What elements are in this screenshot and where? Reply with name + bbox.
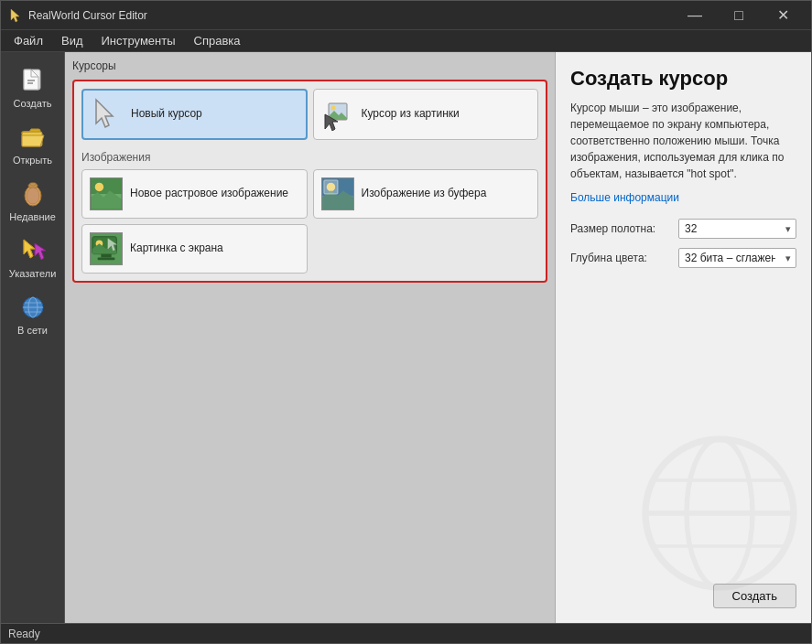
window-title: RealWorld Cursor Editor [28, 9, 674, 22]
sidebar-pointers-label: Указатели [9, 268, 57, 279]
status-text: Ready [8, 628, 40, 640]
menu-view[interactable]: Вид [52, 32, 92, 49]
canvas-size-select[interactable]: 16 24 32 48 64 [678, 219, 796, 239]
color-depth-select-wrapper: 1 бит – монохромный 4 бита – 16 цветов 8… [678, 248, 796, 268]
create-button[interactable]: Создать [713, 584, 796, 608]
images-grid: Новое растровое изображение [81, 169, 538, 219]
minimize-button[interactable]: — [674, 4, 716, 27]
canvas-size-label: Размер полотна: [570, 222, 671, 235]
svg-marker-0 [11, 9, 19, 22]
main-window: RealWorld Cursor Editor — □ ✕ Файл Вид И… [0, 0, 812, 644]
window-controls: — □ ✕ [674, 4, 804, 27]
canvas-size-row: Размер полотна: 16 24 32 48 64 [570, 219, 796, 239]
color-depth-row: Глубина цвета: 1 бит – монохромный 4 бит… [570, 248, 796, 268]
image-from-buffer-label: Изображение из буфера [362, 187, 487, 201]
svg-marker-10 [24, 240, 35, 258]
svg-marker-21 [96, 100, 113, 127]
image-from-buffer-option[interactable]: Изображение из буфера [313, 169, 539, 219]
new-cursor-option[interactable]: Новый курсор [81, 89, 308, 140]
sidebar-create-label: Создать [14, 98, 52, 109]
sidebar-item-web[interactable]: В сети [5, 286, 60, 341]
close-button[interactable]: ✕ [762, 4, 804, 27]
sidebar: Создать Открыть [1, 52, 65, 623]
svg-rect-36 [101, 254, 111, 258]
right-panel-title: Создать курсор [570, 67, 796, 91]
options-box: Новый курсор Курсор [72, 80, 547, 283]
cursors-section-label: Курсоры [72, 59, 547, 72]
sidebar-web-label: В сети [17, 325, 48, 336]
color-depth-select[interactable]: 1 бит – монохромный 4 бита – 16 цветов 8… [678, 248, 796, 268]
images-section-label: Изображения [81, 151, 538, 164]
menu-tools[interactable]: Инструменты [92, 32, 185, 49]
cursor-from-image-icon [321, 98, 354, 131]
create-icon [18, 66, 48, 95]
color-depth-label: Глубина цвета: [570, 252, 671, 264]
menu-bar: Файл Вид Инструменты Справка [1, 30, 811, 52]
screenshot-label: Картинка с экрана [130, 242, 223, 256]
maximize-button[interactable]: □ [718, 4, 760, 27]
cursor-from-image-label: Курсор из картинки [362, 107, 460, 122]
sidebar-item-recent[interactable]: Недавние [5, 173, 60, 228]
svg-rect-37 [98, 257, 115, 260]
menu-help[interactable]: Справка [185, 32, 250, 49]
more-info-link[interactable]: Больше информации [570, 191, 796, 204]
new-raster-option[interactable]: Новое растровое изображение [81, 169, 308, 219]
svg-point-23 [330, 106, 335, 111]
sidebar-recent-label: Недавние [9, 211, 56, 222]
sidebar-open-label: Открыть [13, 155, 52, 166]
menu-file[interactable]: Файл [5, 32, 52, 49]
recent-icon [18, 179, 48, 209]
right-panel-desc: Курсор мыши – это изображение, перемещае… [570, 100, 796, 182]
images-section: Изображения [81, 151, 538, 274]
screenshot-icon [90, 232, 123, 265]
canvas-size-select-wrapper: 16 24 32 48 64 [678, 219, 796, 239]
pointers-icon [18, 236, 48, 265]
sidebar-item-open[interactable]: Открыть [5, 116, 60, 171]
open-icon [18, 123, 48, 152]
svg-point-27 [95, 183, 103, 191]
new-raster-icon [90, 177, 123, 210]
svg-point-7 [27, 188, 39, 204]
new-cursor-label: Новый курсор [131, 107, 202, 122]
app-icon [8, 8, 23, 23]
right-panel: Создать курсор Курсор мыши – это изображ… [555, 52, 811, 623]
image-from-buffer-icon [321, 177, 354, 210]
status-bar: Ready [1, 623, 811, 643]
new-raster-label: Новое растровое изображение [130, 187, 288, 201]
content-area: Курсоры Новый курсор [65, 52, 811, 623]
screenshot-option[interactable]: Картинка с экрана [81, 224, 308, 274]
svg-rect-32 [323, 180, 337, 194]
web-icon [18, 293, 48, 322]
sidebar-item-create[interactable]: Создать [5, 59, 60, 114]
main-area: Создать Открыть [1, 52, 811, 623]
new-cursor-icon [91, 98, 124, 131]
sidebar-item-pointers[interactable]: Указатели [5, 230, 60, 284]
title-bar: RealWorld Cursor Editor — □ ✕ [1, 1, 811, 30]
cursors-grid: Новый курсор Курсор [81, 89, 538, 140]
cursor-from-image-option[interactable]: Курсор из картинки [313, 89, 539, 140]
svg-marker-9 [35, 243, 46, 260]
left-panel: Курсоры Новый курсор [65, 52, 555, 623]
